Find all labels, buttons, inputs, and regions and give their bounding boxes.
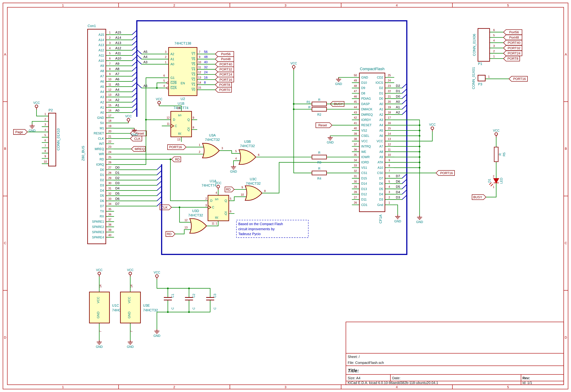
bus-entry [157, 197, 162, 201]
d1-ref: D1 [488, 179, 491, 183]
net-label: A10 [115, 57, 121, 60]
bus-entry [402, 110, 407, 115]
net-label: A8 [115, 67, 119, 71]
con1-pin-name: MREQ [95, 147, 104, 151]
cf-pin-name: D5 [379, 187, 383, 191]
p2-pin-number: 8 [44, 150, 46, 153]
u1a-pin-number: 6 [230, 210, 231, 213]
con1-pin-name: RESET [94, 131, 104, 135]
r3-value: R [318, 151, 320, 154]
con1-pin-number: 27 [108, 166, 111, 169]
date-field: Date: [392, 376, 400, 380]
u2-pin-name: G1 [171, 76, 175, 80]
net-label: A6 [115, 77, 119, 81]
u2-pin-number: 11 [198, 66, 201, 69]
cf-title: CompactFlash [360, 67, 384, 71]
r2-body [312, 107, 327, 111]
con1-pin-number: 33 [108, 197, 112, 200]
port-label: Port56 [221, 52, 231, 56]
cf-pin-name: A9 [379, 155, 383, 159]
resistor-r5: R R5 [494, 147, 506, 162]
u2-pin-name: Y7 [191, 52, 195, 56]
u2-pin-number: 13 [198, 76, 201, 79]
cf-pin-number: 30 [354, 180, 357, 183]
cf-pin-number: 28 [354, 190, 357, 194]
led-d1: D1 LED 2 1 [488, 175, 503, 189]
bus-entry [402, 89, 407, 93]
u3e-vcc-pin: VCC [128, 297, 131, 303]
u2-pin-name: Y1 [191, 83, 195, 87]
u1b-qbar: Q [187, 128, 190, 131]
cf-pin-name: DMACK [361, 107, 372, 111]
cf-pin-number: 3 [388, 190, 390, 194]
cf-pin-name: D8 [361, 92, 365, 95]
u3b-value: 74HCT32 [240, 144, 255, 148]
con1-pin-number: 19 [108, 125, 111, 128]
u1b-ref: U1B [178, 102, 185, 105]
con1-pin-number: 29 [108, 177, 111, 180]
u1b-pin-number: 8 [193, 126, 194, 129]
junction [419, 130, 420, 131]
cf-pin-name: VS2 [361, 129, 367, 132]
bus-entry [132, 93, 137, 97]
con1-pin-number: 39 [108, 229, 111, 232]
net-label: D5 [396, 185, 400, 189]
d1-arrow [491, 184, 493, 186]
con1-pin-name: RD [100, 158, 104, 161]
port-label: PORT40 [219, 62, 232, 66]
junction [419, 135, 420, 137]
cf-pin-number: 46 [354, 95, 357, 98]
u1a-pin-number: 3 [205, 204, 207, 207]
schematic-canvas: Con1 Z80_BUS A15A14A13A12A11A10A9A8A7A6A… [0, 0, 571, 392]
con1-pin-number: 7 [109, 62, 111, 65]
net-label: D2 [115, 176, 119, 180]
vcc-text: VCC [127, 268, 134, 272]
con1-pin-name: D5 [100, 194, 104, 197]
title-field: Title: [348, 368, 359, 373]
connector-con1: Con1 Z80_BUS A15A14A13A12A11A10A9A8A7A6A… [81, 24, 121, 244]
gnd-symbol: GND [394, 215, 401, 223]
net-label: D2 [396, 84, 400, 87]
frame-col-label: 5 [507, 3, 509, 7]
p1-pin-number: 6 [493, 29, 495, 32]
frame-row-label: B [4, 147, 6, 150]
clk-label: CLK [161, 206, 168, 209]
net-label: D6 [396, 180, 400, 183]
u1a-pin-number: 4 [216, 191, 217, 194]
junction [419, 124, 420, 126]
u1a-value: 74HCT74 [201, 183, 216, 187]
p2-pin-number: 5 [44, 134, 46, 137]
u3d-value: 74HCT32 [188, 213, 203, 217]
resistor-r1: R R1 [307, 98, 327, 106]
con1-pin-number: 8 [109, 68, 111, 71]
net-number: 40 [204, 60, 208, 64]
r4-body [312, 171, 327, 175]
net-label: D4 [396, 190, 400, 194]
connector-compactflash: CompactFlash CF1A GNDD10D9D8PDIAGDASPDMA… [354, 67, 400, 224]
con1-pin-name: D7 [100, 204, 104, 208]
p2-pin-number: 3 [44, 123, 46, 126]
size-field: Size: A4 [348, 376, 360, 380]
con1-pin-number: 17 [108, 114, 111, 117]
con1-pin-number: 34 [108, 203, 112, 205]
con1-pin-name: CLK [98, 137, 104, 140]
note: Based on the Compact Flashcircuit improv… [236, 220, 308, 238]
frame-col-label: 4 [396, 385, 398, 389]
con1-pin-name: INT [99, 142, 104, 145]
frame-row-label: D [565, 336, 567, 339]
u3c-pin-number: 10 [241, 193, 244, 196]
net-label: D1 [115, 171, 119, 174]
bus-entry [402, 100, 407, 104]
bus-entry [137, 60, 142, 64]
frame-col-label: 4 [396, 3, 398, 7]
net-label: A9 [115, 62, 119, 65]
bus-entry [157, 176, 162, 180]
cf-pin-number: 31 [354, 175, 357, 178]
cf-pin-number: 45 [354, 100, 357, 103]
u1b-set: S [178, 114, 182, 116]
p2-value: CONN_01X10 [56, 128, 60, 150]
vcc-text: VCC [33, 101, 40, 104]
ic-u1b-74hct74: U1B 74HCT74 D C Q Q S R 12 11 9 8 10 13 [167, 102, 194, 141]
u2-pin-number: 4 [163, 85, 165, 87]
con1-pin-name: A3 [100, 95, 104, 99]
